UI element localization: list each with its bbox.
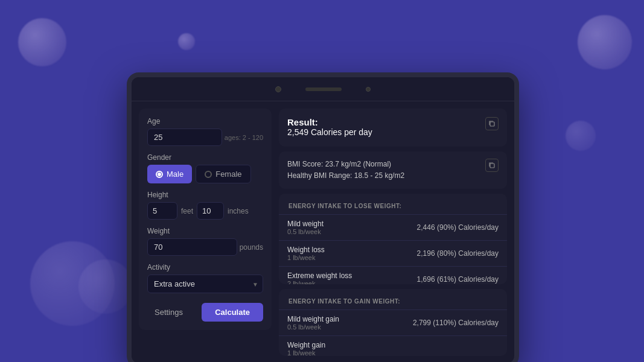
mild-weight-gain-row: Mild weight gain 0.5 lb/week 2,799 (110%… [279,310,507,335]
weight-loss-sub: 1 lb/week [287,254,325,261]
weight-input[interactable] [147,238,237,256]
pounds-unit-label: pounds [240,243,263,252]
bubble-1 [18,18,66,66]
age-field-group: Age ages: 2 - 120 [147,117,263,146]
tablet-top-bar [132,77,514,101]
gender-female-btn[interactable]: Female [196,165,250,183]
right-panel: Result: 2,549 Calories per day BMI Score… [279,109,507,356]
height-inches-input[interactable] [197,202,224,220]
copy-bmi-button[interactable] [485,159,499,172]
extreme-weight-loss-value: 1,696 (61%) Calories/day [417,275,499,284]
weight-gain-row: Weight gain 1 lb/week [279,335,507,356]
extreme-weight-loss-row: Extreme weight loss 2 lb/week 1,696 (61%… [279,266,507,284]
svg-rect-0 [490,122,494,126]
gender-field-group: Gender Male Female [147,153,263,183]
bubble-3 [578,15,632,69]
bubble-5 [78,259,133,314]
extreme-weight-loss-sub: 2 lb/week [287,280,352,284]
copy-calories-button[interactable] [485,117,499,130]
age-hint: ages: 2 - 120 [225,134,263,141]
tablet-camera [275,86,281,92]
svg-rect-1 [490,164,494,168]
weight-loss-value: 2,196 (80%) Calories/day [417,249,499,258]
gain-weight-label: ENERGY INTAKE TO GAIN WEIGHT: [287,298,401,305]
mild-weight-label-group: Mild weight 0.5 lb/week [287,220,324,235]
bmi-range: Healthy BMI Range: 18.5 - 25 kg/m2 [287,170,404,182]
mild-weight-value: 2,446 (90%) Calories/day [417,223,499,232]
weight-field-group: Weight pounds [147,227,263,256]
weight-gain-label: Weight gain [287,341,325,349]
mild-weight-gain-label-group: Mild weight gain 0.5 lb/week [287,315,339,331]
weight-input-row: pounds [147,238,263,256]
weight-gain-label-group: Weight gain 1 lb/week [287,341,325,356]
bubble-2 [178,33,195,50]
gain-weight-header: ENERGY INTAKE TO GAIN WEIGHT: [279,289,507,310]
extreme-weight-loss-label-group: Extreme weight loss 2 lb/week [287,272,352,284]
lose-weight-card: ENERGY INTAKE TO LOSE WEIGHT: Mild weigh… [279,194,507,284]
bmi-card: BMI Score: 23.7 kg/m2 (Normal) Healthy B… [279,151,507,189]
activity-label: Activity [147,263,263,272]
left-panel: Age ages: 2 - 120 Gender Male [139,109,272,356]
tablet-dot [366,87,371,92]
bmi-score: BMI Score: 23.7 kg/m2 (Normal) [287,159,404,170]
mild-weight-gain-sub: 0.5 lb/week [287,323,339,331]
activity-field-group: Activity Extra active Sedentary Lightly … [147,263,263,293]
gain-weight-card: ENERGY INTAKE TO GAIN WEIGHT: Mild weigh… [279,289,507,356]
gender-male-btn[interactable]: Male [147,165,192,183]
settings-button[interactable]: Settings [147,303,190,322]
lose-weight-header: ENERGY INTAKE TO LOSE WEIGHT: [279,194,507,214]
feet-unit-label: feet [181,207,193,215]
app-content: Age ages: 2 - 120 Gender Male [132,101,514,362]
weight-loss-label: Weight loss [287,246,325,254]
activity-select-wrapper: Extra active Sedentary Lightly active Mo… [147,275,263,293]
age-input-row: ages: 2 - 120 [147,129,263,146]
mild-weight-sub: 0.5 lb/week [287,228,324,235]
result-header: Result: 2,549 Calories per day [287,117,499,137]
btn-row: Settings Calculate [147,303,263,322]
male-radio-icon [156,171,163,178]
tablet-speaker [305,87,342,91]
mild-weight-gain-value: 2,799 (110%) Calories/day [413,319,499,327]
weight-gain-sub: 1 lb/week [287,349,325,356]
result-card: Result: 2,549 Calories per day [279,109,507,147]
form-section: Age ages: 2 - 120 Gender Male [139,109,272,330]
gender-row: Male Female [147,165,263,183]
copy-bmi-icon [488,162,496,169]
gender-label: Gender [147,153,263,162]
height-feet-input[interactable] [147,202,177,220]
gender-female-label: Female [215,170,241,179]
bmi-text: BMI Score: 23.7 kg/m2 (Normal) Healthy B… [287,159,404,182]
age-input[interactable] [147,129,222,146]
height-row: feet inches [147,202,263,220]
extreme-weight-loss-label: Extreme weight loss [287,272,352,280]
weight-loss-row: Weight loss 1 lb/week 2,196 (80%) Calori… [279,240,507,266]
female-radio-icon [205,171,212,178]
mild-weight-gain-label: Mild weight gain [287,315,339,323]
calculate-button[interactable]: Calculate [202,303,263,322]
result-calories: 2,549 Calories per day [287,127,372,137]
copy-icon [488,120,496,127]
result-title: Result: [287,117,372,127]
activity-select[interactable]: Extra active Sedentary Lightly active Mo… [147,275,263,293]
mild-weight-label: Mild weight [287,220,324,228]
mild-weight-row: Mild weight 0.5 lb/week 2,446 (90%) Calo… [279,214,507,240]
age-label: Age [147,117,263,125]
height-label: Height [147,191,263,199]
height-field-group: Height feet inches [147,191,263,220]
gender-male-label: Male [167,170,183,179]
inches-unit-label: inches [228,207,249,215]
weight-loss-label-group: Weight loss 1 lb/week [287,246,325,261]
weight-label: Weight [147,227,263,235]
bubble-6 [566,121,596,151]
lose-weight-label: ENERGY INTAKE TO LOSE WEIGHT: [287,203,403,209]
tablet: Age ages: 2 - 120 Gender Male [127,72,519,362]
result-text: Result: 2,549 Calories per day [287,117,372,137]
